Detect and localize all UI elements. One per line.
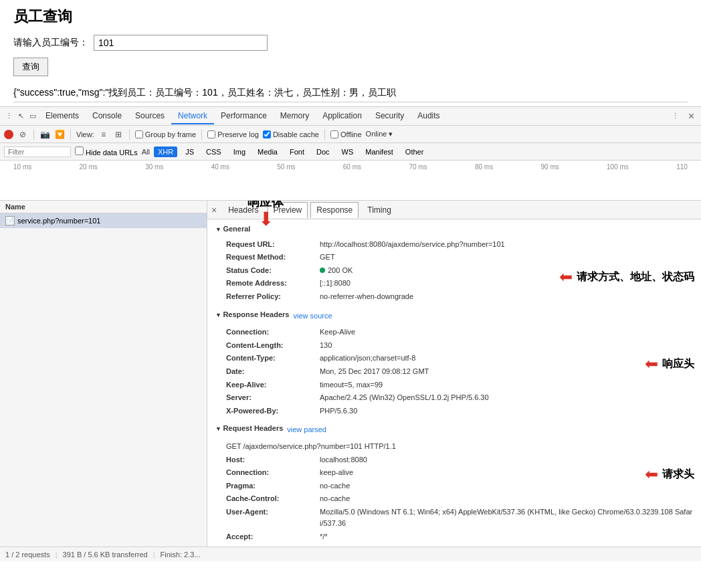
timeline-60ms: 60 ms [343, 163, 361, 171]
remote-address-key: Remote Address: [226, 278, 320, 290]
filter-font-btn[interactable]: Font [286, 146, 308, 157]
filter-media-btn[interactable]: Media [254, 146, 282, 157]
query-input[interactable] [94, 35, 268, 51]
devtools-close-button[interactable]: × [684, 110, 698, 122]
devtools-device-icon[interactable]: ▭ [27, 110, 39, 122]
offline-checkbox[interactable] [330, 130, 338, 138]
filter-toggle[interactable]: 🔽 [54, 129, 65, 140]
view-grid-icon[interactable]: ⊞ [113, 129, 124, 140]
detail-panel: × Headers Preview Response Timing Genera… [207, 201, 701, 547]
offline-checkbox-group: Offline [330, 130, 362, 138]
detail-tab-headers[interactable]: Headers [222, 202, 264, 218]
preserve-log-label: Preserve log [217, 130, 259, 138]
filter-doc-btn[interactable]: Doc [312, 146, 334, 157]
devtools: ⋮ ↖ ▭ Elements Console Sources Network P… [0, 106, 701, 561]
filter-ws-btn[interactable]: WS [338, 146, 358, 157]
content-type-row: Content-Type: application/json;charset=u… [215, 352, 693, 365]
response-headers-title-row: Response Headers view source [215, 309, 693, 324]
request-list-header: Name [0, 201, 207, 213]
devtools-menu-icon[interactable]: ⋮ [3, 110, 15, 122]
response-headers-view-source[interactable]: view source [293, 310, 332, 322]
request-headers-view-source[interactable]: view parsed [287, 424, 326, 436]
user-agent-key: User-Agent: [226, 506, 320, 530]
content-length-key: Content-Length: [226, 340, 320, 352]
network-main: 响应体 ⬇ Name 📄 service.php?number=101 × He… [0, 201, 701, 547]
content-length-val: 130 [320, 340, 332, 352]
detail-tab-preview[interactable]: Preview [268, 202, 308, 218]
accept-row: Accept: */* [215, 530, 693, 544]
list-item[interactable]: 📄 service.php?number=101 [0, 213, 207, 228]
request-url-key: Request URL: [226, 239, 320, 251]
tab-security[interactable]: Security [369, 108, 411, 124]
server-val: Apache/2.4.25 (Win32) OpenSSL/1.0.2j PHP… [320, 392, 489, 404]
cache-control-row: Cache-Control: no-cache [215, 492, 693, 506]
tab-performance[interactable]: Performance [214, 108, 274, 124]
tab-audits[interactable]: Audits [411, 108, 446, 124]
filter-css-btn[interactable]: CSS [202, 146, 225, 157]
disable-cache-checkbox[interactable] [263, 130, 271, 138]
tab-console[interactable]: Console [86, 108, 128, 124]
devtools-cursor-icon[interactable]: ↖ [15, 110, 27, 122]
preserve-log-checkbox[interactable] [207, 130, 215, 138]
detail-tab-timing[interactable]: Timing [361, 202, 397, 218]
hide-data-urls-label: Hide data URLs [75, 146, 138, 157]
response-headers-title: Response Headers [215, 309, 289, 321]
keep-alive-row: Keep-Alive: timeout=5, max=99 [215, 379, 693, 392]
cache-control-val: no-cache [320, 493, 350, 505]
timeline-30ms: 30 ms [145, 163, 163, 171]
query-button[interactable]: 查询 [13, 58, 48, 76]
timeline-50ms: 50 ms [277, 163, 295, 171]
tab-memory[interactable]: Memory [274, 108, 316, 124]
tab-sources[interactable]: Sources [128, 108, 171, 124]
remote-address-row: Remote Address: [::1]:8080 [215, 277, 693, 290]
toolbar-separator-4 [201, 129, 202, 140]
tab-application[interactable]: Application [316, 108, 369, 124]
detail-tabs: × Headers Preview Response Timing [207, 201, 701, 219]
date-row: Date: Mon, 25 Dec 2017 09:08:12 GMT [215, 365, 693, 379]
detail-tab-response[interactable]: Response [310, 202, 359, 218]
filter-img-btn[interactable]: Img [229, 146, 249, 157]
filter-js-btn[interactable]: JS [181, 146, 198, 157]
request-details-scroll[interactable]: General Request URL: http://localhost:80… [207, 219, 701, 547]
filter-input[interactable] [4, 146, 71, 157]
online-dropdown[interactable]: Online ▾ [366, 130, 393, 138]
pragma-val: no-cache [320, 480, 350, 492]
detail-close-button[interactable]: × [211, 205, 217, 215]
request-url-row: Request URL: http://localhost:8080/ajaxd… [215, 238, 693, 252]
name-column-header: Name [5, 203, 25, 211]
host-key: Host: [226, 454, 320, 466]
view-list-icon[interactable]: ≡ [98, 129, 109, 140]
offline-label: Offline [340, 130, 362, 138]
cache-control-key: Cache-Control: [226, 493, 320, 505]
network-toolbar: ⊘ 📷 🔽 View: ≡ ⊞ Group by frame Preserve … [0, 126, 701, 143]
timeline-100ms: 100 ms [607, 163, 629, 171]
devtools-tabbar: ⋮ ↖ ▭ Elements Console Sources Network P… [0, 107, 701, 126]
tab-elements[interactable]: Elements [39, 108, 86, 124]
remote-address-val: [::1]:8080 [320, 278, 350, 290]
toolbar-separator-5 [324, 129, 325, 140]
filter-manifest-btn[interactable]: Manifest [361, 146, 397, 157]
filter-all-btn[interactable]: All [142, 148, 150, 156]
user-agent-val: Mozilla/5.0 (Windows NT 6.1; Win64; x64)… [320, 506, 693, 530]
hide-data-urls-checkbox[interactable] [75, 146, 84, 155]
x-powered-row: X-Powered-By: PHP/5.6.30 [215, 405, 693, 418]
result-area: {"success":true,"msg":"找到员工：员工编号：101，员工姓… [0, 83, 701, 102]
status-sep-1: | [56, 551, 58, 559]
req-line-val: GET /ajaxdemo/service.php?number=101 HTT… [226, 441, 396, 453]
result-text: {"success":true,"msg":"找到员工：员工编号：101，员工姓… [13, 87, 688, 102]
page-area: 员工查询 请输入员工编号： 查询 [0, 0, 701, 83]
referer-key: Referer: [226, 545, 320, 547]
filter-xhr-btn[interactable]: XHR [154, 146, 177, 157]
accept-key: Accept: [226, 531, 320, 543]
group-frame-checkbox[interactable] [135, 130, 143, 138]
clear-button[interactable]: ⊘ [17, 129, 28, 140]
req-line-row: GET /ajaxdemo/service.php?number=101 HTT… [215, 440, 693, 454]
filter-other-btn[interactable]: Other [401, 146, 428, 157]
toolbar-separator-1 [33, 129, 34, 140]
status-code-key: Status Code: [226, 265, 320, 277]
tab-network[interactable]: Network [171, 108, 214, 124]
timeline-80ms: 80 ms [475, 163, 493, 171]
record-button[interactable] [4, 130, 13, 139]
camera-button[interactable]: 📷 [39, 129, 50, 140]
devtools-more-icon[interactable]: ⋮ [670, 110, 682, 122]
